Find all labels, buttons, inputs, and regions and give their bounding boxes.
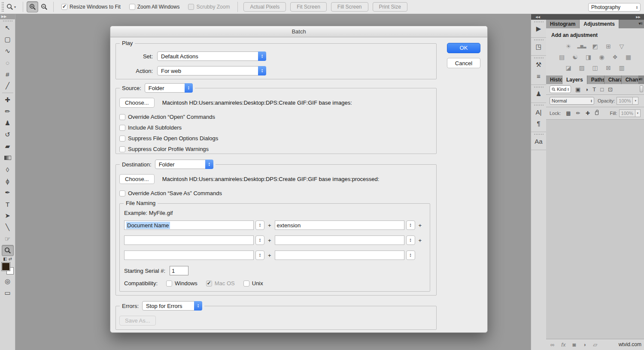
checkbox-checked-icon[interactable] [61,4,67,10]
strip-collapse-button[interactable]: ◀◀ [531,14,546,20]
zoom-out-button[interactable] [38,1,50,12]
character-panel-button[interactable]: A| ¶ [531,103,546,132]
quick-selection-tool[interactable]: ◌ [2,57,14,68]
filter-shape-layers-icon[interactable]: □ [600,86,604,93]
new-group-icon[interactable]: ▱ [593,341,597,348]
actions-panel-button[interactable]: ▶ [531,20,546,38]
exposure-icon[interactable]: ⊞ [604,42,613,50]
vibrance-icon[interactable]: ▽ [617,42,626,50]
layer-mask-icon[interactable]: ◙ [572,341,576,348]
workspace-select[interactable]: Photography ▴▾ [588,3,641,12]
fit-screen-button[interactable]: Fit Screen [290,2,327,12]
zoom-all-windows-checkbox[interactable]: Zoom All Windows [129,4,180,10]
serial-input[interactable]: 1 [170,266,188,275]
color-lookup-icon[interactable]: ▦ [624,53,633,60]
new-adjustment-layer-icon[interactable]: ◑ [583,341,586,348]
options-bar-grip[interactable] [2,2,4,12]
hue-saturation-icon[interactable]: ▤ [557,53,567,60]
filter-type-layers-icon[interactable]: T [592,86,596,93]
tab-character[interactable]: Chara [605,75,622,84]
ok-button[interactable]: OK [447,43,480,53]
naming-field-2-right-spinner[interactable]: ▴▾ [406,235,415,245]
screen-mode-button[interactable]: ▭ [2,287,14,299]
photo-filter-icon[interactable]: ◉ [597,53,607,60]
crop-tool[interactable]: # [2,69,14,80]
eyedropper-tool[interactable]: ╱ [2,80,14,91]
blend-mode-select[interactable]: Normal ▴▾ [550,97,594,105]
clone-stamp-tool[interactable]: ♟ [2,118,14,129]
lock-paint-icon[interactable]: ✏ [576,110,580,116]
source-select[interactable]: Folder ▴▾ [145,83,193,93]
lock-transparency-icon[interactable]: ▩ [566,110,571,116]
include-subfolders-checkbox[interactable]: Include All Subfolders [119,124,436,132]
panel-grip[interactable] [534,57,544,58]
naming-field-2-right[interactable] [275,235,404,245]
destination-choose-button[interactable]: Choose... [119,174,155,184]
path-selection-tool[interactable]: ➤ [2,210,14,221]
checkbox-icon[interactable] [119,146,125,152]
panel-grip[interactable] [534,39,544,40]
tools-grip[interactable] [3,21,12,21]
color-swatches[interactable] [1,262,14,275]
levels-icon[interactable]: ▂▆▃ [577,42,586,50]
clone-source-panel-button[interactable]: ♟ [531,85,546,103]
brightness-contrast-icon[interactable]: ☀ [564,42,573,50]
actual-pixels-button[interactable]: Actual Pixels [243,2,286,12]
filter-smart-objects-icon[interactable]: ⊡ [608,86,613,93]
move-tool[interactable]: ↖ [2,22,14,33]
eraser-tool[interactable]: ▰ [2,141,14,152]
tab-history[interactable]: Histo [546,75,562,84]
source-choose-button[interactable]: Choose... [119,98,155,108]
foreground-color-swatch[interactable] [2,262,10,271]
naming-field-3-right-spinner[interactable]: ▴▾ [406,250,415,260]
suppress-color-warnings-checkbox[interactable]: Suppress Color Profile Warnings [119,145,436,153]
invert-icon[interactable]: ◪ [564,64,573,71]
naming-field-1-left-spinner[interactable]: ▴▾ [255,220,264,230]
layer-effects-icon[interactable]: fx [561,341,565,348]
fill-screen-button[interactable]: Fill Screen [331,2,368,12]
character-styles-panel-button[interactable]: Aa [531,132,546,150]
3d-panel-button[interactable]: ◳ [531,38,546,56]
curves-icon[interactable]: ◩ [590,42,600,50]
link-layers-icon[interactable]: ∞ [550,341,554,348]
type-tool[interactable]: T [2,199,14,210]
dodge-tool[interactable]: ϕ [2,175,14,187]
checkbox-icon[interactable] [119,114,125,120]
checkbox-icon[interactable] [119,136,125,142]
naming-field-3-left[interactable] [124,250,254,260]
dock-collapse-button[interactable]: ▶▶ [546,14,644,20]
color-balance-icon[interactable]: ☯ [571,53,580,60]
posterize-icon[interactable]: ▨ [577,64,586,71]
swap-colors-icon[interactable]: ◧ ⇄ [0,256,15,261]
tab-layers[interactable]: Layers [562,75,587,84]
panel-menu-icon[interactable]: ▾≡ [638,21,642,26]
destination-select[interactable]: Folder ▴▾ [155,160,213,169]
panel-grip[interactable] [534,87,544,88]
channel-mixer-icon[interactable]: ❖ [611,53,620,60]
naming-field-3-right[interactable] [275,250,404,260]
brush-tool[interactable]: ✏ [2,106,14,117]
panel-grip[interactable] [534,134,544,135]
line-tool[interactable]: ╲ [2,222,14,233]
naming-field-1-right-spinner[interactable]: ▴▾ [406,220,415,230]
print-size-button[interactable]: Print Size [373,2,407,12]
action-select[interactable]: For web ▴▾ [157,66,266,75]
layers-list[interactable] [546,120,644,339]
resize-windows-checkbox[interactable]: Resize Windows to Fit [61,4,121,10]
threshold-icon[interactable]: ◫ [590,64,600,71]
cancel-button[interactable]: Cancel [447,58,480,68]
quick-mask-button[interactable]: ◎ [2,276,14,287]
tab-channels[interactable]: Chanr [622,75,639,84]
checkbox-icon[interactable] [119,190,125,196]
zoom-in-button[interactable] [27,1,38,12]
black-white-icon[interactable]: ◨ [584,53,593,60]
set-select[interactable]: Default Actions ▴▾ [157,51,266,61]
tool-presets-panel-button[interactable]: ⚒ ≡ [531,56,546,85]
override-open-checkbox[interactable]: Override Action “Open” Commands [119,113,436,121]
tools-collapse-button[interactable]: ▶▶ [0,14,15,19]
naming-field-3-left-spinner[interactable]: ▴▾ [255,250,264,260]
lock-all-icon[interactable] [595,112,599,115]
pen-tool[interactable]: ✒ [2,187,14,198]
current-tool-preview[interactable]: ▾ [6,3,16,10]
blur-tool[interactable]: ◊ [2,164,14,175]
